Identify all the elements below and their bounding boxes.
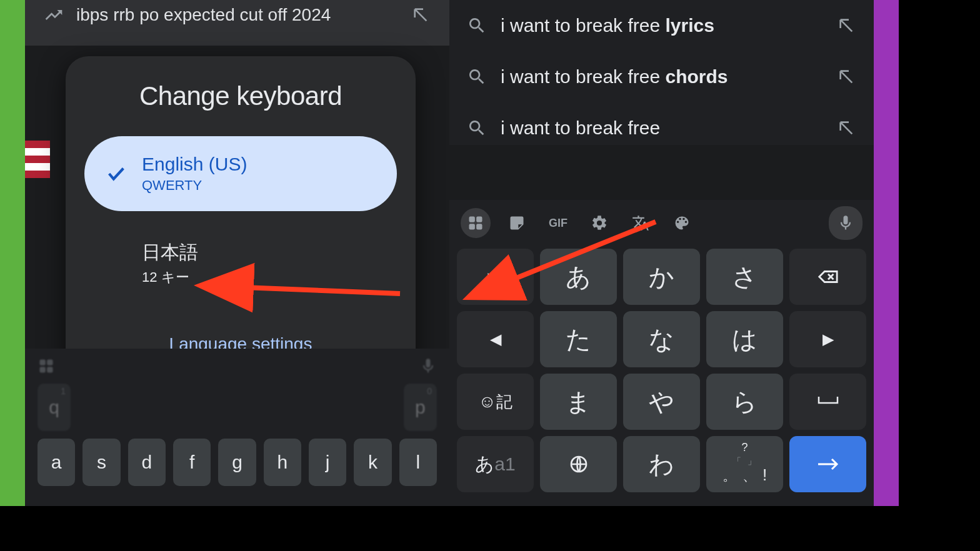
enter-arrow-icon <box>816 457 841 472</box>
insert-arrow-icon[interactable] <box>836 16 856 36</box>
key-p[interactable]: p0 <box>404 384 437 431</box>
kana-key[interactable]: さ <box>706 249 783 305</box>
kana-key[interactable]: な <box>623 311 700 367</box>
phone-screenshot-right: i want to break free lyrics i want to br… <box>449 0 874 506</box>
keyboard-toolbar: GIF <box>457 200 866 249</box>
key-k[interactable]: k <box>354 439 391 486</box>
space-icon <box>818 395 839 408</box>
keyboard-option-name: English (US) <box>142 154 247 175</box>
search-icon <box>467 67 487 87</box>
search-icon <box>467 118 487 138</box>
svg-rect-3 <box>47 367 52 372</box>
undo-key[interactable] <box>457 249 534 305</box>
kana-key[interactable]: ら <box>706 374 783 430</box>
key-d[interactable]: d <box>128 439 166 486</box>
kana-key[interactable]: は <box>706 311 783 367</box>
search-suggestion-area: ibps rrb po expected cut off 2024 <box>25 0 449 46</box>
gear-icon[interactable] <box>584 208 614 238</box>
keyboard-background-left: q1 p0 a s d f g h j k l <box>25 349 449 506</box>
kana-key[interactable]: た <box>540 311 617 367</box>
cursor-left-key[interactable]: ◀ <box>457 311 534 367</box>
gif-button[interactable]: GIF <box>543 208 573 238</box>
change-keyboard-dialog: Change keyboard English (US) QWERTY 日本語 … <box>66 56 416 379</box>
insert-arrow-icon[interactable] <box>411 5 431 25</box>
insert-arrow-icon[interactable] <box>836 118 856 138</box>
palette-icon[interactable] <box>667 208 697 238</box>
search-icon <box>467 16 487 36</box>
left-accent-bar <box>0 0 25 506</box>
key-g[interactable]: g <box>218 439 256 486</box>
sticker-icon[interactable] <box>502 208 532 238</box>
key-l[interactable]: l <box>399 439 437 486</box>
key-h[interactable]: h <box>264 439 301 486</box>
keyboard-option-layout: 12 キー <box>142 268 198 287</box>
key-a[interactable]: a <box>38 439 75 486</box>
kana-key[interactable]: ま <box>540 374 617 430</box>
space-key[interactable] <box>789 374 866 430</box>
insert-arrow-icon[interactable] <box>836 67 856 87</box>
globe-icon <box>569 454 589 474</box>
search-suggestions-right: i want to break free lyrics i want to br… <box>449 0 874 145</box>
keyboard-option-layout: QWERTY <box>142 177 247 194</box>
suggestion-row[interactable]: i want to break free <box>449 102 874 145</box>
mic-icon[interactable] <box>829 206 862 240</box>
mode-switch-key[interactable]: あa1 <box>457 436 534 492</box>
checkmark-icon <box>106 163 127 184</box>
us-flag-image <box>25 141 50 178</box>
kana-key[interactable]: か <box>623 249 700 305</box>
key-j[interactable]: j <box>309 439 346 486</box>
cursor-right-key[interactable]: ▶ <box>789 311 866 367</box>
key-s[interactable]: s <box>82 439 120 486</box>
svg-rect-7 <box>469 224 475 229</box>
globe-key[interactable] <box>540 436 617 492</box>
emoji-symbol-key[interactable]: ☺記 <box>457 374 534 430</box>
suggestion-row[interactable]: i want to break free chords <box>449 51 874 102</box>
translate-icon[interactable] <box>626 208 656 238</box>
japanese-keyboard: GIF あ か さ ◀ た な は ▶ ☺記 ま や ら あa1 <box>449 200 874 506</box>
suggestion-text: ibps rrb po expected cut off 2024 <box>76 2 398 27</box>
backspace-key[interactable] <box>789 249 866 305</box>
suggestion-text: i want to break free lyrics <box>501 15 822 36</box>
svg-rect-0 <box>40 360 46 365</box>
svg-rect-2 <box>40 367 46 372</box>
mic-icon <box>419 357 437 375</box>
enter-key[interactable] <box>789 436 866 492</box>
suggestion-text: i want to break free <box>501 117 822 139</box>
grid-icon[interactable] <box>461 208 491 238</box>
undo-icon <box>486 267 505 286</box>
kana-key[interactable]: や <box>623 374 700 430</box>
keyboard-row-1: q1 p0 <box>38 384 437 431</box>
kana-key[interactable]: わ <box>623 436 700 492</box>
suggestion-text: i want to break free chords <box>501 66 822 87</box>
phone-screenshot-left: ibps rrb po expected cut off 2024 Change… <box>25 0 449 506</box>
trending-icon <box>44 5 64 25</box>
svg-rect-8 <box>476 224 482 229</box>
keyboard-row-2: a s d f g h j k l <box>38 439 437 486</box>
keyboard-option-name: 日本語 <box>142 240 198 266</box>
svg-rect-6 <box>476 217 482 222</box>
dialog-title: Change keyboard <box>84 81 397 111</box>
search-suggestion-row[interactable]: ibps rrb po expected cut off 2024 <box>44 0 431 46</box>
right-accent-bar <box>874 0 899 506</box>
kana-key[interactable]: あ <box>540 249 617 305</box>
keyboard-option-english[interactable]: English (US) QWERTY <box>84 136 397 211</box>
grid-icon <box>38 357 55 375</box>
key-q[interactable]: q1 <box>38 384 71 431</box>
svg-rect-5 <box>469 217 475 222</box>
punctuation-key[interactable]: ? 「」。、! <box>706 436 783 492</box>
svg-rect-1 <box>47 360 52 365</box>
suggestion-row[interactable]: i want to break free lyrics <box>449 0 874 51</box>
keyboard-option-japanese[interactable]: 日本語 12 キー <box>84 222 397 304</box>
backspace-icon <box>818 266 839 287</box>
key-f[interactable]: f <box>173 439 211 486</box>
